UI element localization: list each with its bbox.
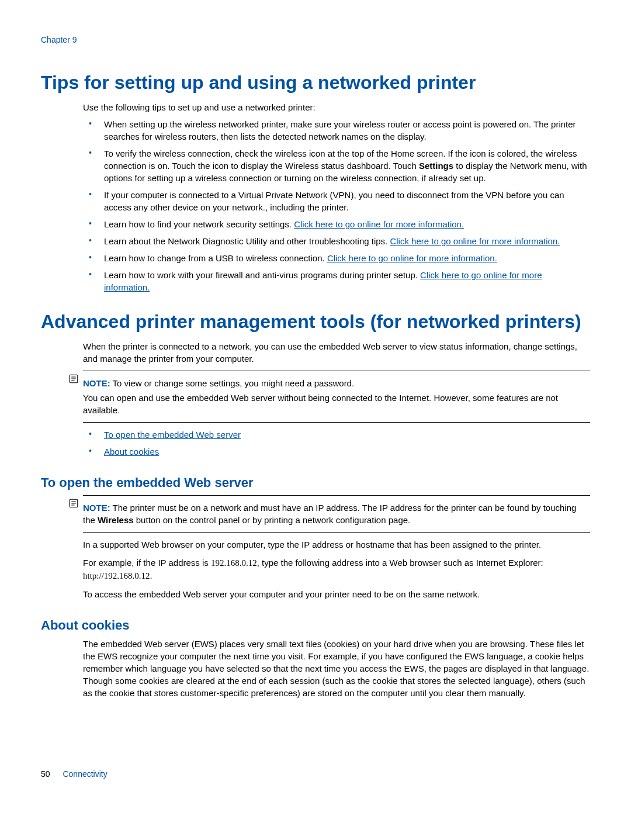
tips-intro: Use the following tips to set up and use… bbox=[83, 101, 590, 113]
list-item: If your computer is connected to a Virtu… bbox=[83, 189, 590, 213]
paragraph: In a supported Web browser on your compu… bbox=[83, 538, 590, 551]
note-box-2: NOTE: The printer must be on a network a… bbox=[83, 495, 590, 533]
external-link[interactable]: Click here to go online for more informa… bbox=[390, 236, 560, 246]
list-item: Learn how to find your network security … bbox=[83, 218, 590, 230]
list-item: To open the embedded Web server bbox=[83, 428, 590, 441]
page-number: 50 bbox=[41, 769, 50, 779]
cookies-body: The embedded Web server (EWS) places ver… bbox=[83, 638, 590, 699]
tips-body: Use the following tips to set up and use… bbox=[83, 101, 590, 293]
note-icon bbox=[68, 374, 79, 384]
list-item: About cookies bbox=[83, 445, 590, 458]
list-item: Learn about the Network Diagnostic Utili… bbox=[83, 235, 590, 247]
paragraph: The embedded Web server (EWS) places ver… bbox=[83, 638, 590, 699]
advanced-intro: When the printer is connected to a netwo… bbox=[83, 340, 590, 365]
advanced-body: When the printer is connected to a netwo… bbox=[83, 340, 590, 458]
footer-section: Connectivity bbox=[63, 769, 107, 779]
chapter-label: Chapter 9 bbox=[41, 35, 590, 44]
external-link[interactable]: Click here to go online for more informa… bbox=[294, 219, 464, 229]
list-item: To verify the wireless connection, check… bbox=[83, 147, 590, 184]
page-footer: 50 Connectivity bbox=[41, 769, 590, 779]
note-box-1: NOTE: To view or change some settings, y… bbox=[83, 371, 590, 423]
document-page: Chapter 9 Tips for setting up and using … bbox=[0, 0, 631, 820]
heading-cookies: About cookies bbox=[41, 618, 590, 633]
paragraph: For example, if the IP address is 192.16… bbox=[83, 556, 590, 582]
internal-link[interactable]: To open the embedded Web server bbox=[104, 430, 241, 440]
heading-ews: To open the embedded Web server bbox=[41, 475, 590, 490]
paragraph: To access the embedded Web server your c… bbox=[83, 588, 590, 600]
list-item: Learn how to work with your firewall and… bbox=[83, 269, 590, 293]
internal-link[interactable]: About cookies bbox=[104, 447, 159, 457]
list-item: When setting up the wireless networked p… bbox=[83, 118, 590, 143]
tips-list: When setting up the wireless networked p… bbox=[83, 118, 590, 293]
heading-advanced: Advanced printer management tools (for n… bbox=[41, 310, 590, 333]
note-icon bbox=[68, 498, 79, 509]
note-label: NOTE: bbox=[83, 503, 110, 513]
heading-tips: Tips for setting up and using a networke… bbox=[41, 71, 590, 94]
note-label: NOTE: bbox=[83, 378, 110, 388]
list-item: Learn how to change from a USB to wirele… bbox=[83, 252, 590, 264]
external-link[interactable]: Click here to go online for more informa… bbox=[327, 253, 497, 263]
toc-list: To open the embedded Web server About co… bbox=[83, 428, 590, 458]
ews-body: NOTE: The printer must be on a network a… bbox=[83, 495, 590, 600]
